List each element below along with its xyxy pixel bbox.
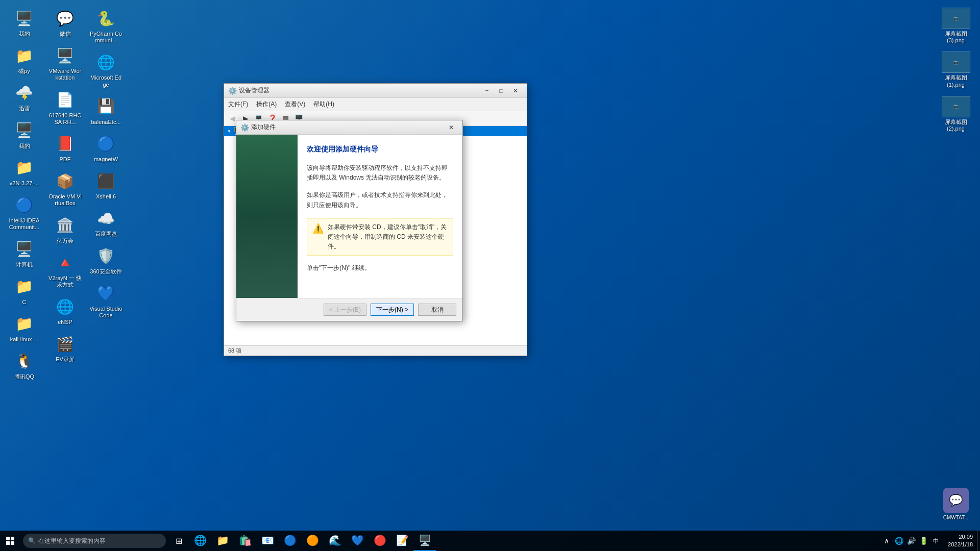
taskbar-chrome[interactable]: 🟠: [301, 531, 324, 551]
search-placeholder: 在这里输入要搜索的内容: [38, 537, 106, 545]
desktop-icon-virtualbox[interactable]: 📦 Oracle VM VirtualBox: [46, 168, 84, 209]
desktop-icon-yiwanhui[interactable]: 🏛️ 亿万会: [46, 212, 84, 247]
dialog-sidebar-image: [236, 135, 298, 298]
desktop-icon-617640[interactable]: 📄 617640 RHCSA RH...: [46, 87, 84, 128]
tree-arrow-icon: ▼: [226, 128, 232, 134]
desktop-icon-jisuanji[interactable]: 🖥️ 计算机: [5, 236, 43, 270]
desktop-icon-edge[interactable]: 🌐 Microsoft Edge: [87, 49, 125, 90]
desktop-icon-v2n[interactable]: 📁 v2N-3.27-...: [5, 155, 43, 189]
desktop-icon-vscode[interactable]: 💙 Visual Studio Code: [87, 280, 125, 321]
desktop-icon-wangyun[interactable]: 🖥️ 我的: [5, 117, 43, 152]
dialog-paragraph1: 该向导将帮助你安装驱动程序软件，以支持不支持即插即用以及 Windows 无法自…: [307, 163, 453, 183]
dialog-heading: 欢迎使用添加硬件向导: [307, 145, 453, 154]
tray-lang[interactable]: 中: [930, 531, 941, 551]
device-manager-titlebar: ⚙️ 设备管理器 － □ ✕: [224, 84, 527, 98]
svg-rect-2: [6, 541, 10, 545]
dialog-window-controls: ✕: [444, 121, 458, 134]
add-hardware-body: 欢迎使用添加硬件向导 该向导将帮助你安装驱动程序软件，以支持不支持即插即用以及 …: [236, 135, 462, 298]
desktop-icon-xshell[interactable]: ⬛ Xshell 6: [87, 168, 125, 203]
desktop-icon-magnetw[interactable]: 🔵 magnetW: [87, 131, 125, 165]
tray-battery[interactable]: 🔋: [918, 531, 929, 551]
desktop-icon-baiduwang[interactable]: ☁️ 百度网盘: [87, 205, 125, 240]
close-button[interactable]: ✕: [508, 85, 523, 97]
cmwtat-desktop-icon[interactable]: 💬 CMWTAT...: [937, 485, 975, 523]
dialog-warning-text: 如果硬件带安装 CD，建议你单击"取消"，关闭这个向导，用制造商的 CD 来安装…: [328, 222, 448, 252]
search-icon: 🔍: [28, 537, 36, 544]
cancel-button[interactable]: 取消: [418, 304, 456, 316]
back-button[interactable]: < 上一步(B): [324, 304, 366, 316]
desktop-icon-vraynu[interactable]: 🔺 V2rayN 一 快乐方式: [46, 249, 84, 291]
system-tray: ∧ 🌐 🔊 🔋 中: [878, 531, 944, 551]
tray-up-arrow[interactable]: ∧: [881, 531, 892, 551]
desktop-icon-weixin[interactable]: 💬 微信: [46, 5, 84, 40]
taskbar-device-mgr[interactable]: 🖥️: [413, 531, 436, 551]
window-controls: － □ ✕: [480, 85, 523, 97]
taskbar-app7[interactable]: 🌊: [324, 531, 346, 551]
desktop-icon-wode[interactable]: 🖥️ 我的: [5, 5, 43, 40]
warning-icon: ⚠️: [312, 223, 324, 234]
desktop-icon-ev[interactable]: 🎬 EV录屏: [46, 331, 84, 365]
taskbar-edge[interactable]: 🌐: [189, 531, 211, 551]
taskbar-app9[interactable]: 🔴: [369, 531, 391, 551]
dialog-close-button[interactable]: ✕: [444, 121, 458, 134]
dialog-warning-box: ⚠️ 如果硬件带安装 CD，建议你单击"取消"，关闭这个向导，用制造商的 CD …: [307, 218, 453, 257]
taskbar-app8[interactable]: 💙: [346, 531, 369, 551]
right-icon-screenshot3[interactable]: 📷 屏幕截图(3).png: [937, 5, 975, 46]
start-button[interactable]: [0, 531, 20, 551]
taskbar-explorer[interactable]: 📁: [211, 531, 234, 551]
tray-network[interactable]: 🌐: [893, 531, 904, 551]
statusbar-text: 68 项: [228, 347, 241, 355]
clock-time: 20:09: [959, 533, 973, 541]
desktop-icon-c[interactable]: 📁 C: [5, 273, 43, 308]
desktop-icon-idea[interactable]: 🔵 IntelliJ IDEA Communit...: [5, 192, 43, 233]
taskbar-clock[interactable]: 20:09 2022/1/18: [944, 531, 977, 551]
dialog-paragraph2: 如果你是高级用户，或者技术支持指导你来到此处，则只应使用该向导。: [307, 190, 453, 210]
desktop-icon-vmware[interactable]: 🖥️ VMware Workstation: [46, 42, 84, 84]
right-desktop-icons: 📷 屏幕截图(3).png 📷 屏幕截图(1).png 📷 屏幕截图(2).pn…: [937, 5, 975, 135]
dialog-footer: < 上一步(B) 下一步(N) > 取消: [236, 298, 462, 321]
device-manager-statusbar: 68 项: [224, 345, 527, 356]
svg-rect-0: [6, 537, 10, 540]
desktop-icon-pycharm[interactable]: 🐍 PyCharm Communi...: [87, 5, 125, 46]
desktop-icon-xulei[interactable]: 🌩️ 迅雷: [5, 80, 43, 114]
taskbar-mail[interactable]: 📧: [256, 531, 279, 551]
desktop: 🖥️ 我的 📁 磁py 🌩️ 迅雷 🖥️ 我的 📁 v2N-3.27-... 🔵…: [0, 0, 980, 551]
desktop-icon-balena[interactable]: 💾 balenaEtc...: [87, 93, 125, 128]
task-view-button[interactable]: ⊞: [168, 531, 189, 551]
desktop-icon-mupy[interactable]: 📁 磁py: [5, 42, 43, 77]
menu-view[interactable]: 查看(V): [281, 99, 309, 110]
show-desktop-button[interactable]: [977, 531, 980, 551]
minimize-button[interactable]: －: [480, 85, 494, 97]
taskbar-store[interactable]: 🛍️: [234, 531, 256, 551]
menu-file[interactable]: 文件(F): [224, 99, 252, 110]
device-manager-title: 设备管理器: [239, 86, 480, 95]
tray-volume[interactable]: 🔊: [905, 531, 917, 551]
menu-action[interactable]: 操作(A): [252, 99, 281, 110]
desktop-icons-area: 🖥️ 我的 📁 磁py 🌩️ 迅雷 🖥️ 我的 📁 v2N-3.27-... 🔵…: [5, 5, 117, 393]
clock-date: 2022/1/18: [948, 541, 973, 548]
menu-help[interactable]: 帮助(H): [309, 99, 338, 110]
add-hardware-titlebar: ⚙️ 添加硬件 ✕: [236, 120, 462, 135]
svg-rect-1: [11, 537, 14, 540]
taskbar-app5[interactable]: 🔵: [279, 531, 301, 551]
add-hardware-title: 添加硬件: [251, 123, 444, 132]
add-hardware-title-icon: ⚙️: [240, 123, 249, 132]
add-hardware-dialog: ⚙️ 添加硬件 ✕ 欢迎使用添加硬件向导 该向导将帮助你安装驱动程序软件，以支持…: [236, 120, 463, 321]
device-manager-menubar: 文件(F) 操作(A) 查看(V) 帮助(H): [224, 98, 527, 111]
desktop-icon-360[interactable]: 🛡️ 360安全软件: [87, 243, 125, 278]
dialog-bottom-text: 单击"下一步(N)" 继续。: [307, 264, 453, 272]
taskbar-apps: 🌐 📁 🛍️ 📧 🔵 🟠 🌊 💙 🔴 📝 🖥️: [189, 531, 878, 551]
right-icon-screenshot1[interactable]: 📷 屏幕截图(1).png: [937, 49, 975, 90]
desktop-icon-qq[interactable]: 🐧 腾讯QQ: [5, 348, 43, 383]
device-manager-icon: ⚙️: [228, 87, 236, 95]
taskbar-word[interactable]: 📝: [391, 531, 413, 551]
dialog-content-area: 欢迎使用添加硬件向导 该向导将帮助你安装驱动程序软件，以支持不支持即插即用以及 …: [298, 135, 462, 298]
taskbar: 🔍 在这里输入要搜索的内容 ⊞ 🌐 📁 🛍️ 📧 🔵 🟠 🌊 💙 🔴 📝 🖥️ …: [0, 531, 980, 551]
next-button[interactable]: 下一步(N) >: [371, 304, 414, 316]
desktop-icon-ensp[interactable]: 🌐 eNSP: [46, 293, 84, 328]
desktop-icon-pdf[interactable]: 📕 PDF: [46, 131, 84, 165]
maximize-button[interactable]: □: [494, 85, 508, 97]
right-icon-screenshot2[interactable]: 📷 屏幕截图(2).png: [937, 93, 975, 135]
taskbar-search-box[interactable]: 🔍 在这里输入要搜索的内容: [23, 534, 166, 548]
desktop-icon-kali[interactable]: 📁 kali-linux-...: [5, 311, 43, 345]
